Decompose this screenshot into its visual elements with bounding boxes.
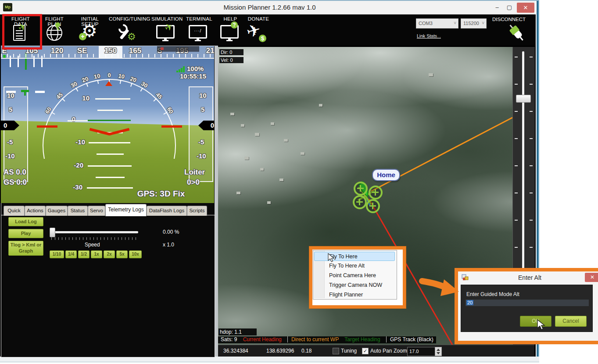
map-status-bar: 36.324384 138.639296 0.18 Tuning ✓ Auto …	[218, 345, 534, 357]
close-button[interactable]: ✕	[517, 3, 534, 13]
tab-gauges[interactable]: Gauges	[46, 206, 68, 216]
drone-rotor-icon	[366, 199, 380, 213]
roll-pointer-icon	[105, 81, 112, 86]
map-context-menu: Fly To Here Fly To Here Alt Point Camera…	[313, 250, 397, 300]
trim-marker-green	[21, 90, 29, 92]
dir-overlay: Dir: 0	[219, 49, 243, 55]
menu-item-point-camera-here[interactable]: Point Camera Here	[314, 271, 395, 280]
tape-label: -10	[5, 152, 20, 160]
telemetry-logs-panel: Load Log Play Tlog > Kml or Graph 0.00 %…	[1, 215, 215, 357]
roll-label: 30	[137, 79, 152, 91]
pitch-line	[95, 98, 130, 100]
speed-5x-button[interactable]: 5x	[116, 250, 128, 258]
ok-button[interactable]: OK	[520, 316, 551, 327]
altitude-value: 20	[466, 300, 473, 305]
pitch-line	[97, 110, 123, 111]
pitch-label: -10	[70, 138, 85, 146]
autopan-label: Auto Pan	[370, 348, 392, 354]
tab-scripts[interactable]: Scripts	[187, 206, 207, 216]
tlog-kml-button[interactable]: Tlog > Kml or Graph	[8, 241, 43, 256]
speed-multiplier: x 1.0	[163, 242, 174, 248]
speed-1x-button[interactable]: 1x	[91, 250, 102, 258]
tab-status[interactable]: Status	[68, 206, 88, 216]
dialog-close-button[interactable]: ✕	[585, 273, 598, 282]
menu-terminal[interactable]: TERMINAL	[186, 16, 211, 21]
cancel-button[interactable]: Cancel	[555, 316, 587, 327]
flight-mode-text: Loiter	[184, 168, 205, 177]
baud-rate-select[interactable]: 115200˅	[461, 18, 487, 29]
pitch-line	[87, 187, 133, 189]
window-title: Mission Planner 1.2.66 mav 1.0	[0, 4, 539, 11]
playback-slider-track[interactable]	[50, 231, 138, 233]
autopan-checkbox[interactable]: ✓	[362, 348, 369, 354]
menu-item-trigger-camera-now[interactable]: Trigger Camera NOW	[314, 281, 395, 290]
menu-item-flight-planner[interactable]: Flight Planner	[314, 290, 395, 300]
tuning-checkbox[interactable]	[333, 348, 339, 354]
speed-1-2-button[interactable]: 1/2	[78, 250, 90, 258]
main-toolbar: FLIGHT DATA ✈ FLIGHT PLAN INITIAL SETUP …	[0, 14, 539, 46]
menu-item-fly-to-here-alt[interactable]: Fly To Here Alt	[314, 261, 395, 271]
pitch-label: 0	[61, 115, 75, 123]
tape-label: -5	[198, 138, 213, 146]
menu-donate[interactable]: DONATE	[247, 16, 270, 21]
terminal-icon[interactable]: ···/	[186, 23, 210, 43]
spin-up-icon	[437, 349, 440, 351]
load-log-button[interactable]: Load Log	[8, 217, 43, 226]
legend-target-heading: Target Heading	[344, 336, 380, 343]
sats-count: Sats: 9	[221, 336, 237, 343]
pitch-label: -20	[68, 161, 83, 169]
pitch-line	[96, 177, 125, 178]
tape-label: -5	[7, 138, 22, 146]
maximize-button[interactable]: ▢	[505, 4, 514, 11]
legend-direct-wp: Direct to current WP	[287, 336, 339, 343]
zoom-slider-handle[interactable]	[516, 95, 531, 103]
flight-plan-icon[interactable]	[42, 23, 66, 43]
initial-setup-icon[interactable]: ⚙+	[78, 23, 102, 43]
com-port-select[interactable]: COM3˅	[416, 18, 458, 29]
compass-green-mark	[3, 55, 6, 58]
simulation-icon[interactable]: ✈	[154, 23, 177, 43]
tape-label: 5	[9, 106, 24, 113]
tab-quick[interactable]: Quick	[4, 206, 25, 216]
speed-10x-button[interactable]: 10x	[129, 250, 142, 258]
altitude-input[interactable]: 20	[466, 300, 589, 306]
altitude-value: 0.18	[301, 348, 312, 354]
tab-actions[interactable]: Actions	[25, 206, 46, 216]
menu-item-fly-to-here[interactable]: Fly To Here	[314, 252, 395, 261]
tab-dataflash-logs[interactable]: DataFlash Logs	[147, 206, 187, 216]
speed-1-10-button[interactable]: 1/10	[50, 250, 64, 258]
speed-1-4-button[interactable]: 1/4	[65, 250, 77, 258]
chevron-down-icon: ˅	[454, 19, 456, 28]
longitude-value: 138.639296	[266, 348, 294, 354]
dialog-title-bar: Enter Alt ✕	[458, 271, 598, 284]
drone-rotor-icon	[354, 182, 368, 196]
zoom-spinner-buttons[interactable]	[435, 347, 442, 356]
play-button[interactable]: Play	[8, 229, 43, 238]
hud-display[interactable]: 60 45 30 20 10 0 10 20 30 45 60 10 0 -10…	[1, 46, 214, 203]
tab-telemetry-logs[interactable]: Telemetry Logs	[105, 204, 147, 216]
link-stats-link[interactable]: Link Stats...	[417, 33, 441, 39]
speed-label: Speed	[85, 242, 100, 248]
zoom-value-input[interactable]: 17.0	[407, 347, 437, 356]
help-icon[interactable]: ?	[218, 23, 241, 43]
enter-alt-dialog: Enter Alt ✕ Enter Guided Mode Alt 20 OK …	[455, 268, 598, 344]
flight-data-highlight-annotation	[2, 14, 42, 50]
minimize-button[interactable]: –	[492, 4, 502, 11]
dialog-body: Enter Guided Mode Alt 20 OK Cancel	[461, 285, 593, 332]
config-tuning-icon[interactable]: ⚙	[117, 23, 140, 43]
panel-splitter[interactable]	[215, 46, 218, 357]
home-marker-label[interactable]: Home	[372, 169, 400, 181]
pitch-line	[97, 153, 124, 155]
waypoint-text: 0>0	[187, 178, 200, 187]
playback-slider-handle[interactable]	[50, 228, 55, 237]
tuning-label: Tuning	[341, 348, 357, 354]
menu-help[interactable]: HELP	[222, 16, 239, 21]
tab-servo[interactable]: Servo	[88, 206, 105, 216]
speed-2x-button[interactable]: 2x	[104, 250, 115, 258]
donate-icon[interactable]: ✈$	[246, 23, 269, 43]
menu-config-tuning[interactable]: CONFIG/TUNING	[109, 16, 147, 21]
map-legend: Sats: 9 Current Heading Direct to curren…	[218, 336, 436, 343]
menu-simulation[interactable]: SIMULATION	[151, 16, 181, 21]
zoom-label: Zoom	[394, 348, 407, 354]
dialog-prompt: Enter Guided Mode Alt	[466, 291, 519, 297]
